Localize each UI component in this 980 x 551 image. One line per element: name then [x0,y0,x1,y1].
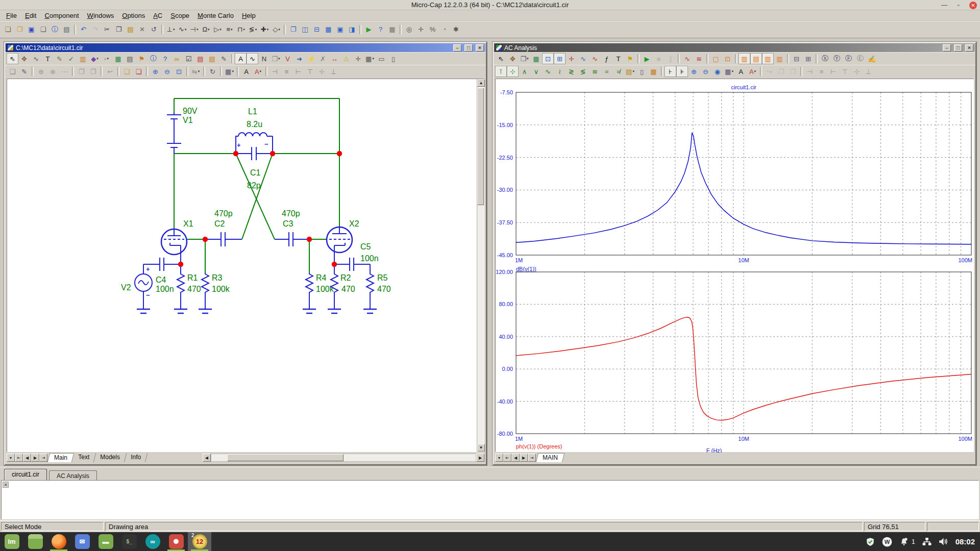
error-flag-icon[interactable]: ⚠ [340,53,352,64]
align-top-icon[interactable]: ⊤ [304,66,316,77]
conditions-icon[interactable]: ✗ [317,53,329,64]
component-c3-label[interactable]: C3 [283,219,293,228]
undo-icon[interactable]: ↶ [78,24,89,35]
component-body[interactable] [167,113,181,154]
save-file-icon[interactable]: ▣ [26,24,37,35]
component-l1-label[interactable]: L1 [248,107,257,116]
hscroll-left-button[interactable]: ◀ [203,454,211,462]
sheet-tab-models[interactable]: Models [94,453,127,462]
pan-mode-icon[interactable]: ✥ [18,53,30,64]
nav-▾-button[interactable]: ▾ [7,454,15,462]
crosshair-icon[interactable]: ✛ [352,53,364,64]
node-numbers-icon[interactable]: N [258,53,270,64]
inductor-icon[interactable]: Ω▾ [200,24,212,35]
font-icon[interactable]: A [735,66,747,77]
resistor-symbol[interactable] [366,273,374,293]
ground-symbol[interactable] [199,309,212,313]
file-info-icon[interactable]: ⓘ [49,24,61,35]
cascade-icon[interactable]: ❐ [287,24,299,35]
component-r2-label[interactable]: R2 [340,273,351,282]
taskbar-terminal-icon[interactable]: $_ [117,532,141,551]
component-v1-value[interactable]: 90V [183,107,198,115]
grid-snap-icon[interactable]: ▦▾ [224,66,235,77]
data-points-icon[interactable]: ▦ [648,66,659,77]
numeric-output-icon[interactable]: ▯ [636,66,648,77]
print-icon[interactable]: ▤ [61,24,72,35]
wave-low-icon[interactable]: ∨ [530,66,542,77]
align-left-icon[interactable]: ⊣ [804,66,816,77]
horizontal-scroll-thumb[interactable] [227,454,344,461]
tile-horizontal-icon[interactable]: ◫ [299,24,311,35]
ac-minimize-button[interactable]: – [943,44,951,52]
power-icon[interactable]: ⚡ [305,53,317,64]
panel-one-icon[interactable]: ▥ [739,53,750,64]
attribute-wave-icon[interactable]: ∿ [247,53,258,64]
align-bottom-icon[interactable]: ⊥ [863,66,874,77]
align-top-icon[interactable]: ⊤ [839,66,851,77]
network-icon[interactable] [922,537,932,546]
cursor-mode-icon[interactable]: ✛ [566,53,577,64]
component-body[interactable] [236,147,273,160]
ground-symbol[interactable] [328,309,341,313]
panel-overlay-icon[interactable]: ▥ [774,53,786,64]
font-color-icon[interactable]: A▾ [252,66,264,77]
preferences-icon[interactable]: ✱ [450,24,462,35]
redo-icon[interactable]: ↷ [89,24,101,35]
repeat-find-icon[interactable]: ✛ [415,24,427,35]
save-as-icon[interactable]: ❏ [37,24,49,35]
currents-icon[interactable]: ➜ [293,53,305,64]
edit-icon[interactable]: ✍ [866,53,878,64]
component-body[interactable] [167,229,181,273]
run-icon[interactable]: ▶ [641,53,653,64]
tag-icon[interactable]: ⚑ [624,53,636,64]
cursor-left-icon[interactable]: ⊦ [665,66,676,77]
analysis-plot-area[interactable]: -7.50-15.00-22.50-30.00-37.50-45.001M10M… [496,79,976,455]
schematic-title-bar[interactable]: C:\MC12\data\circuit1.cir – □ ✕ [6,43,485,52]
component-body[interactable] [205,232,242,246]
text-mode-icon[interactable]: T [42,53,54,64]
stepping-icon[interactable]: ▤ [206,53,218,64]
collapse-icon[interactable]: ⊟ [791,53,802,64]
select-mode-icon[interactable]: ⇖ [7,53,18,64]
paste-special-icon[interactable]: ❐▾ [270,53,282,64]
ground-symbol[interactable] [303,309,316,313]
edit-page-icon[interactable]: ✎ [18,66,30,77]
component-r5-label[interactable]: R5 [377,273,388,282]
component-r2-value[interactable]: 470 [341,285,355,293]
component-v2-label[interactable]: V2 [121,283,131,292]
pulse-source-icon[interactable]: ⊓▾ [235,24,247,35]
schematic-maximize-button[interactable]: □ [464,44,473,52]
undo-view-icon[interactable]: ↩ [104,66,116,77]
taskbar-files-icon[interactable] [23,532,47,551]
picture-icon[interactable]: ▦ [112,53,124,64]
taskbar-mail-icon[interactable]: ✉ [70,532,94,551]
ac-maximize-button[interactable]: □ [954,44,962,52]
resistor-symbol[interactable] [177,273,184,293]
notes-icon[interactable]: ✎ [218,53,230,64]
cut-icon[interactable]: ✂ [101,24,113,35]
flag-icon[interactable]: ⚑ [136,53,148,64]
document-tab-circuit1-cir[interactable]: circuit1.cir [4,469,47,480]
wave-valley-icon[interactable]: ⊹ [507,66,519,77]
notifications-bell-icon[interactable] [899,537,909,546]
clipboard-icon[interactable]: ▤▾ [624,66,636,77]
font-icon[interactable]: A [240,66,252,77]
stop-icon[interactable]: ■ [653,53,665,64]
attribute-text-icon[interactable]: A [235,53,247,64]
hscroll-right-button[interactable]: ▶ [476,454,484,462]
component-body[interactable] [275,232,309,246]
align-center-icon[interactable]: ≡ [281,66,292,77]
border-icon[interactable]: ▭ [376,53,387,64]
zoom-box-icon[interactable]: ⊡ [542,53,554,64]
main-title-bar[interactable]: Micro-Cap 12.2.0.3 (64 bit) - C:\MC12\da… [0,0,980,10]
component-x1-label[interactable]: X1 [183,219,193,228]
component-r4-label[interactable]: R4 [316,273,327,282]
menu-monte-carlo[interactable]: Monte Carlo [193,11,238,20]
zoom-out-icon[interactable]: ⊖ [161,66,173,77]
wave-global-icon[interactable]: ≉ [612,66,624,77]
wire[interactable] [236,154,275,239]
schematic-vertical-scrollbar[interactable]: ▲ ▼ [477,79,484,452]
nav-⇥-button[interactable]: ⇥ [39,454,47,462]
component-r3-label[interactable]: R3 [212,273,223,282]
component-r1-value[interactable]: 470 [187,285,201,293]
